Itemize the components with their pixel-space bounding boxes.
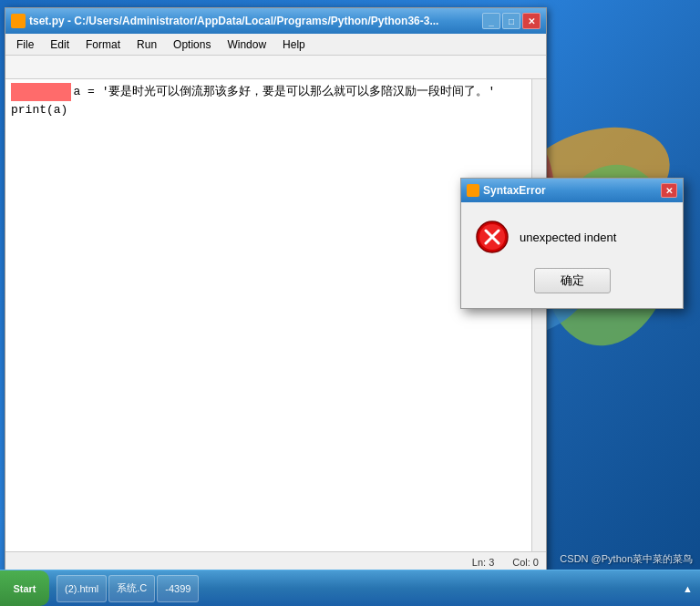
dialog-icon — [467, 184, 479, 197]
taskbar-item-2[interactable]: -4399 — [157, 575, 199, 602]
code-editor[interactable]: a = '要是时光可以倒流那该多好，要是可以那么就可以多陪汉励一段时间了。' p… — [5, 79, 531, 551]
menu-format[interactable]: Format — [78, 36, 128, 53]
close-button[interactable]: ✕ — [522, 13, 540, 29]
menu-edit[interactable]: Edit — [43, 36, 77, 53]
statusbar: Ln: 3 Col: 0 — [5, 551, 546, 571]
code-text-1: a = '要是时光可以倒流那该多好，要是可以那么就可以多陪汉励一段时间了。' — [73, 83, 495, 101]
menu-file[interactable]: File — [9, 36, 41, 53]
window-titlebar: tset.py - C:/Users/Administrator/AppData… — [5, 8, 546, 34]
taskbar-tray: ▲ — [675, 583, 700, 594]
dialog-message-row: unexpected indent — [476, 221, 668, 253]
window-icon — [11, 14, 26, 28]
error-dialog: SyntaxError ✕ unexpected indent 确定 — [460, 178, 684, 309]
dialog-button-row: 确定 — [476, 268, 668, 293]
code-line-2: print(a) — [11, 101, 526, 119]
menu-run[interactable]: Run — [129, 36, 164, 53]
error-icon — [476, 221, 509, 253]
taskbar-item-0[interactable]: (2).html — [57, 575, 107, 602]
dialog-title: SyntaxError — [483, 184, 657, 197]
taskbar-items: (2).html 系统.C -4399 — [53, 570, 675, 606]
minimize-button[interactable]: _ — [482, 13, 500, 29]
toolbar — [5, 56, 546, 79]
taskbar-clock: ▲ — [683, 583, 693, 594]
status-line: Ln: 3 — [472, 557, 494, 568]
dialog-body: unexpected indent 确定 — [461, 202, 683, 308]
code-text-2: print(a) — [11, 101, 67, 119]
dialog-close-button[interactable]: ✕ — [661, 183, 677, 198]
indent-highlight — [11, 83, 71, 101]
menubar: File Edit Format Run Options Window Help — [5, 34, 546, 56]
taskbar: Start (2).html 系统.C -4399 ▲ — [0, 570, 700, 606]
vertical-scrollbar[interactable] — [531, 79, 546, 551]
code-line-1: a = '要是时光可以倒流那该多好，要是可以那么就可以多陪汉励一段时间了。' — [11, 83, 526, 101]
dialog-ok-button[interactable]: 确定 — [534, 268, 611, 293]
menu-help[interactable]: Help — [275, 36, 313, 53]
taskbar-item-1[interactable]: 系统.C — [108, 575, 155, 602]
start-button[interactable]: Start — [0, 570, 49, 606]
desktop: tset.py - C:/Users/Administrator/AppData… — [0, 0, 700, 606]
editor-area[interactable]: a = '要是时光可以倒流那该多好，要是可以那么就可以多陪汉励一段时间了。' p… — [5, 79, 546, 551]
dialog-titlebar: SyntaxError ✕ — [461, 179, 683, 202]
window-controls: _ □ ✕ — [482, 13, 540, 29]
maximize-button[interactable]: □ — [502, 13, 520, 29]
error-message: unexpected indent — [520, 231, 616, 244]
menu-window[interactable]: Window — [220, 36, 273, 53]
watermark: CSDN @Python菜中菜的菜鸟 — [560, 552, 693, 566]
menu-options[interactable]: Options — [166, 36, 218, 53]
window-title: tset.py - C:/Users/Administrator/AppData… — [29, 15, 479, 27]
status-col: Col: 0 — [512, 557, 539, 568]
